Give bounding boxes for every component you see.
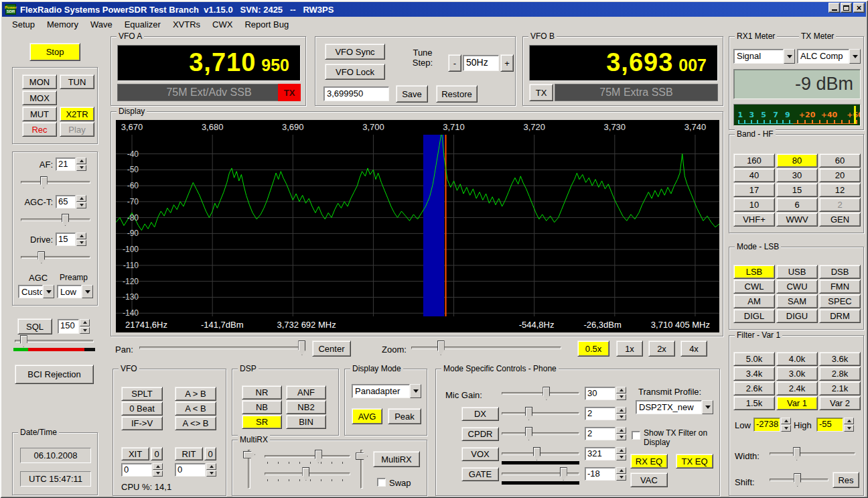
xit-spinner-value[interactable]: 0	[121, 463, 152, 477]
sql-spinner-value[interactable]: 150	[58, 319, 79, 334]
agc-combo-dropdown-arrow[interactable]	[43, 285, 54, 298]
sql-slider-thumb[interactable]	[20, 335, 27, 347]
avg-button[interactable]: AVG	[352, 408, 382, 424]
filter-high-spinner-arrows[interactable]	[844, 418, 854, 432]
sql-spinner-arrows[interactable]	[80, 319, 90, 334]
mode-button-usb[interactable]: USB	[776, 265, 818, 279]
filter-low-spinner-arrows[interactable]	[781, 418, 791, 432]
play-button[interactable]: Play	[60, 122, 94, 137]
mode-button-sam[interactable]: SAM	[776, 294, 818, 308]
agct-spinner-arrows[interactable]	[76, 195, 86, 208]
zoom-slider[interactable]	[410, 340, 563, 355]
band-button-vhf+[interactable]: VHF+	[733, 212, 775, 227]
minimize-button[interactable]	[828, 3, 840, 13]
af-slider-thumb[interactable]	[40, 176, 48, 188]
sql-slider[interactable]	[13, 335, 95, 347]
menu-report-bug[interactable]: Report Bug	[238, 17, 295, 32]
filter-button-1.5k[interactable]: 1.5k	[733, 396, 775, 410]
b-to-a-button[interactable]: A < B	[175, 401, 216, 416]
swap-checkbox[interactable]	[377, 478, 386, 487]
mode-button-drm[interactable]: DRM	[819, 309, 861, 323]
menu-xvtrs[interactable]: XVTRs	[167, 17, 206, 32]
rit-spinner-arrows[interactable]	[206, 463, 216, 477]
vfo-sync-button[interactable]: VFO Sync	[325, 44, 385, 60]
zoom-2x-button[interactable]: 2x	[648, 340, 675, 357]
nr-button[interactable]: NR	[242, 385, 282, 399]
mode-button-cwu[interactable]: CWU	[776, 279, 818, 294]
pan-slider-thumb[interactable]	[298, 340, 305, 355]
tun-button[interactable]: TUN	[60, 74, 94, 89]
rx-meter-combo[interactable]: Signal	[733, 49, 795, 64]
mode-button-digu[interactable]: DIGU	[776, 309, 818, 323]
rit-spinner-value[interactable]: 0	[175, 463, 206, 477]
if-to-v-button[interactable]: IF->V	[121, 416, 163, 430]
zero-beat-button[interactable]: 0 Beat	[121, 401, 163, 416]
a-swap-b-button[interactable]: A <> B	[175, 416, 216, 430]
vox-spinner[interactable]: 321	[585, 447, 626, 460]
dx-spinner-arrows[interactable]	[616, 407, 626, 420]
shift-reset-button[interactable]: Res	[833, 472, 859, 488]
vox-spinner-value[interactable]: 321	[585, 447, 616, 460]
mode-button-am[interactable]: AM	[733, 294, 775, 308]
band-button-30[interactable]: 30	[776, 168, 818, 182]
agct-spinner[interactable]: 65	[56, 195, 86, 208]
mic-gain-spinner-value[interactable]: 30	[585, 387, 616, 400]
cpdr-spinner[interactable]: 2	[585, 427, 626, 440]
nb-button[interactable]: NB	[242, 400, 282, 414]
saved-frequency-field[interactable]: 3,699950	[323, 86, 389, 101]
band-button-2[interactable]: 2	[819, 198, 861, 212]
xit-spinner[interactable]: 0	[121, 463, 163, 477]
filter-button-3.6k[interactable]: 3.6k	[819, 352, 861, 366]
menu-setup[interactable]: Setup	[6, 17, 41, 32]
menu-equalizer[interactable]: Equalizer	[119, 17, 167, 32]
filter-width-slider-thumb[interactable]	[793, 447, 800, 460]
multirx-gain-vslider[interactable]	[356, 448, 368, 490]
multirx-pan-vslider[interactable]	[243, 448, 255, 490]
agct-spinner-value[interactable]: 65	[56, 195, 76, 208]
agct-slider-thumb[interactable]	[62, 214, 69, 226]
center-button[interactable]: Center	[312, 340, 351, 357]
cpdr-slider-thumb[interactable]	[525, 427, 532, 440]
menu-cwx[interactable]: CWX	[206, 17, 238, 32]
af-spinner[interactable]: 21	[56, 158, 86, 171]
tune-step-minus-button[interactable]: -	[448, 54, 461, 72]
band-button-160[interactable]: 160	[733, 153, 775, 168]
mode-button-spec[interactable]: SPEC	[819, 294, 861, 308]
start-stop-button[interactable]: Stop	[29, 43, 80, 61]
mode-button-dsb[interactable]: DSB	[819, 265, 861, 279]
gate-spinner-value[interactable]: -18	[585, 467, 616, 481]
vfo-lock-button[interactable]: VFO Lock	[325, 64, 385, 80]
tune-step-value[interactable]: 50Hz	[463, 55, 499, 71]
filter-high-spinner[interactable]: -55	[816, 418, 854, 432]
vox-spinner-arrows[interactable]	[616, 447, 626, 460]
zoom-0.5x-button[interactable]: 0.5x	[577, 340, 609, 357]
mic-gain-slider[interactable]	[500, 387, 581, 400]
sql-spinner[interactable]: 150	[58, 319, 90, 334]
preamp-combo[interactable]: Low	[57, 285, 93, 298]
title-bar[interactable]: PowerSDR FlexRadio Systems PowerSDR Test…	[2, 2, 866, 17]
agct-slider[interactable]	[19, 214, 92, 226]
band-button-40[interactable]: 40	[733, 168, 775, 182]
filter-width-slider[interactable]	[768, 447, 857, 460]
multirx-main-pan-slider[interactable]	[263, 450, 352, 463]
tx-eq-button[interactable]: TX EQ	[676, 454, 713, 469]
mic-gain-spinner-arrows[interactable]	[616, 387, 626, 400]
drive-spinner-arrows[interactable]	[76, 233, 86, 246]
display-mode-combo[interactable]: Panadapter	[352, 384, 421, 398]
band-button-10[interactable]: 10	[733, 198, 775, 212]
preamp-combo-dropdown-arrow[interactable]	[82, 285, 93, 298]
restore-button[interactable]: Restore	[436, 85, 478, 103]
filter-low-spinner-value[interactable]: -2738	[753, 418, 780, 432]
band-button-gen[interactable]: GEN	[819, 212, 861, 227]
zoom-slider-thumb[interactable]	[437, 340, 445, 355]
band-button-15[interactable]: 15	[776, 183, 818, 197]
multirx-gain-vslider-thumb[interactable]	[356, 452, 368, 460]
zoom-4x-button[interactable]: 4x	[680, 340, 707, 357]
rx-eq-button[interactable]: RX EQ	[630, 454, 668, 469]
dx-spinner[interactable]: 2	[585, 407, 626, 420]
dx-spinner-value[interactable]: 2	[585, 407, 616, 420]
vfo-b-tx-button[interactable]: TX	[529, 84, 553, 101]
menu-wave[interactable]: Wave	[84, 17, 119, 32]
drive-slider-thumb[interactable]	[38, 251, 45, 263]
gate-spinner[interactable]: -18	[585, 467, 626, 481]
